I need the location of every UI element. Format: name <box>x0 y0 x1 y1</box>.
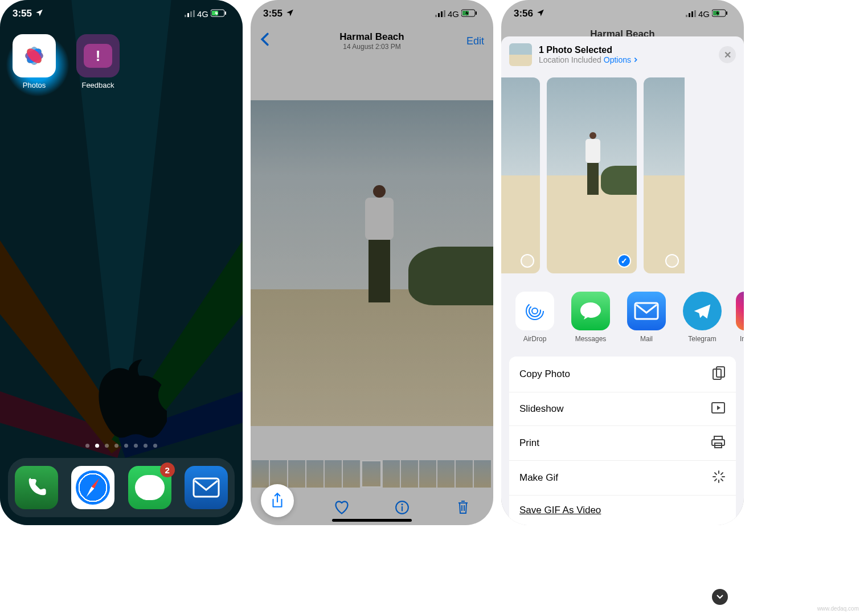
location-icon <box>286 8 294 19</box>
svg-rect-18 <box>441 11 443 17</box>
svg-line-47 <box>715 473 716 474</box>
nav-bar: Harmal Beach 14 August 2:03 PM Edit <box>251 27 493 55</box>
messages-app[interactable]: 2 <box>128 466 171 509</box>
svg-line-48 <box>721 479 723 481</box>
signal-icon <box>435 9 445 19</box>
copy-photo-action[interactable]: Copy Photo <box>509 357 736 392</box>
photo-timestamp: 14 August 2:03 PM <box>251 43 493 51</box>
feedback-icon: ! <box>76 34 120 77</box>
status-bar: 3:55 4G <box>251 0 493 27</box>
status-time: 3:55 <box>263 8 282 19</box>
instagram-share[interactable]: Ins <box>736 292 744 343</box>
photos-app[interactable]: Photos <box>9 34 59 89</box>
make-gif-action[interactable]: Make Gif <box>509 461 736 496</box>
battery-icon <box>461 9 477 19</box>
share-photo-thumb[interactable] <box>644 77 685 273</box>
copy-icon <box>712 366 726 383</box>
svg-rect-25 <box>402 506 403 511</box>
share-header: 1 Photo Selected Location Included Optio… <box>501 36 744 73</box>
status-time: 3:55 <box>13 8 32 19</box>
feedback-label: Feedback <box>81 81 114 89</box>
slideshow-action[interactable]: Slideshow <box>509 392 736 426</box>
battery-icon <box>211 9 227 19</box>
airdrop-icon <box>515 292 554 330</box>
telegram-label: Telegram <box>688 335 716 343</box>
play-icon <box>711 402 726 416</box>
location-icon <box>35 8 43 19</box>
messages-label: Messages <box>575 335 607 343</box>
airdrop-share[interactable]: AirDrop <box>513 292 557 343</box>
share-button-highlight <box>261 484 294 517</box>
scroll-down-indicator[interactable] <box>712 589 728 605</box>
network-label: 4G <box>197 9 208 19</box>
select-indicator-checked[interactable] <box>617 254 631 268</box>
network-label: 4G <box>448 9 459 19</box>
instagram-label: Ins <box>740 335 744 343</box>
home-screen: 3:55 4G <box>0 0 243 525</box>
svg-rect-6 <box>225 11 226 15</box>
close-button[interactable]: ✕ <box>719 46 736 63</box>
main-photo[interactable] <box>251 100 493 426</box>
svg-rect-16 <box>435 15 437 17</box>
airdrop-label: AirDrop <box>523 335 547 343</box>
svg-rect-15 <box>194 478 219 497</box>
signal-icon <box>185 9 195 19</box>
photo-location-title: Harmal Beach <box>251 31 493 43</box>
svg-rect-2 <box>190 11 192 17</box>
delete-button[interactable] <box>452 497 474 518</box>
messages-icon <box>571 292 610 330</box>
mail-share[interactable]: Mail <box>624 292 669 343</box>
feedback-app[interactable]: ! Feedback <box>73 34 123 89</box>
mail-icon <box>627 292 666 330</box>
svg-rect-22 <box>476 11 477 15</box>
photos-label: Photos <box>23 81 46 89</box>
share-sheet: 1 Photo Selected Location Included Optio… <box>501 36 744 525</box>
nav-title: Harmal Beach 14 August 2:03 PM <box>251 31 493 51</box>
svg-line-50 <box>721 473 723 474</box>
messages-share[interactable]: Messages <box>568 292 613 343</box>
messages-badge: 2 <box>160 462 175 477</box>
share-title: 1 Photo Selected <box>539 45 712 55</box>
filmstrip[interactable] <box>251 460 493 488</box>
info-button[interactable] <box>391 497 413 518</box>
print-action[interactable]: Print <box>509 426 736 461</box>
instagram-icon <box>736 292 744 330</box>
svg-rect-0 <box>185 15 186 17</box>
telegram-icon <box>683 292 722 330</box>
photos-icon <box>13 34 56 77</box>
page-indicator[interactable] <box>0 444 243 448</box>
watermark-text: www.dedaq.com <box>817 605 859 612</box>
svg-line-49 <box>715 479 716 481</box>
share-photo-thumb-selected[interactable] <box>547 77 637 273</box>
telegram-share[interactable]: Telegram <box>680 292 724 343</box>
svg-rect-19 <box>444 10 445 17</box>
select-indicator[interactable] <box>521 254 534 268</box>
share-sheet-screen: 3:56 4G Harmal Beach 1 Photo Selected Lo… <box>501 0 744 525</box>
favorite-button[interactable] <box>331 497 353 518</box>
share-photo-thumb[interactable] <box>501 77 540 273</box>
share-photos-row[interactable] <box>501 73 744 278</box>
options-link[interactable]: Options <box>604 55 638 64</box>
safari-app[interactable] <box>71 466 114 509</box>
sparkle-icon <box>712 470 726 486</box>
dock: 2 <box>8 458 235 517</box>
mail-app[interactable] <box>185 466 228 509</box>
phone-app[interactable] <box>15 466 58 509</box>
status-bar: 3:55 4G <box>0 0 243 27</box>
save-gif-video-action[interactable]: Save GIF As Video <box>509 496 736 525</box>
share-header-thumb <box>509 43 532 66</box>
svg-point-24 <box>402 504 403 505</box>
svg-rect-1 <box>187 13 189 17</box>
share-apps-row[interactable]: AirDrop Messages Mail Telegram <box>501 278 744 352</box>
photo-detail-screen: 3:55 4G Harmal Beach 14 August 2:03 PM E… <box>251 0 493 525</box>
svg-rect-3 <box>193 10 195 17</box>
select-indicator[interactable] <box>665 254 679 268</box>
svg-point-34 <box>529 305 541 317</box>
svg-rect-17 <box>438 13 440 17</box>
svg-point-33 <box>532 308 538 314</box>
home-indicator[interactable] <box>332 519 412 522</box>
mail-label: Mail <box>640 335 653 343</box>
action-list: Copy Photo Slideshow Print Make Gif <box>509 357 736 525</box>
share-subtitle: Location Included <box>539 55 601 64</box>
svg-rect-36 <box>635 303 658 319</box>
